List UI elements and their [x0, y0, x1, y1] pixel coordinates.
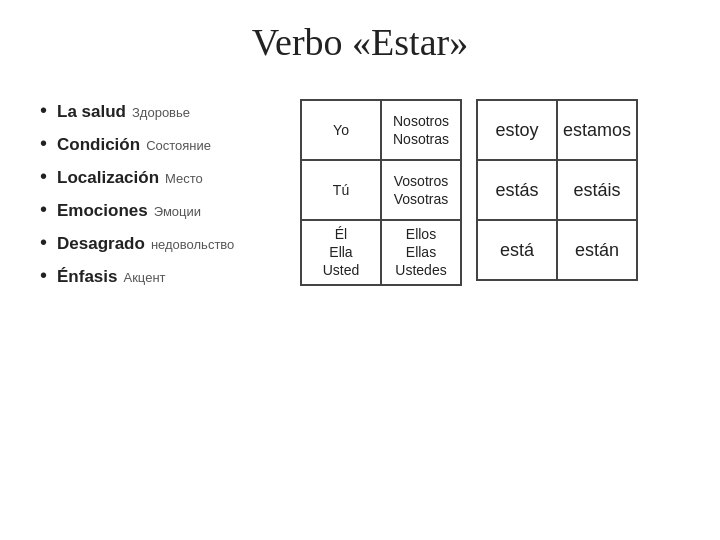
list-item: LocalizaciónМесто [40, 165, 270, 188]
conjugation-cell: están [557, 220, 637, 280]
conjugation-table: estoyestamosestásestáisestáestán [476, 99, 638, 281]
content-area: La saludЗдоровьеCondiciónСостояниеLocali… [40, 94, 680, 520]
bullet-sub: Место [165, 171, 203, 186]
list-item: CondiciónСостояние [40, 132, 270, 155]
pronoun-cell: Yo [301, 100, 381, 160]
list-item: Desagradoнедовольство [40, 231, 270, 254]
pronoun-cell: VosotrosVosotras [381, 160, 461, 220]
bullet-sub: недовольство [151, 237, 234, 252]
bullet-sub: Акцент [124, 270, 166, 285]
bullet-sub: Здоровье [132, 105, 190, 120]
conjugation-cell: estoy [477, 100, 557, 160]
conjugation-cell: estás [477, 160, 557, 220]
bullet-bold: La salud [57, 102, 126, 122]
bullet-sub: Эмоции [154, 204, 201, 219]
list-item: ÉnfasisАкцент [40, 264, 270, 287]
tables-area: YoNosotrosNosotrasTúVosotrosVosotrasÉlEl… [300, 94, 638, 286]
pronoun-cell: ÉlEllaUsted [301, 220, 381, 285]
page-title: Verbo «Estar» [40, 20, 680, 64]
pronoun-cell: EllosEllasUstedes [381, 220, 461, 285]
pronoun-cell: NosotrosNosotras [381, 100, 461, 160]
list-item: EmocionesЭмоции [40, 198, 270, 221]
bullet-bold: Desagrado [57, 234, 145, 254]
bullet-sub: Состояние [146, 138, 211, 153]
list-item: La saludЗдоровье [40, 99, 270, 122]
pronoun-table: YoNosotrosNosotrasTúVosotrosVosotrasÉlEl… [300, 99, 462, 286]
bullet-list: La saludЗдоровьеCondiciónСостояниеLocali… [40, 94, 270, 297]
bullet-bold: Localización [57, 168, 159, 188]
conjugation-cell: estamos [557, 100, 637, 160]
bullet-bold: Condición [57, 135, 140, 155]
pronoun-cell: Tú [301, 160, 381, 220]
bullet-bold: Emociones [57, 201, 148, 221]
bullet-bold: Énfasis [57, 267, 117, 287]
page: Verbo «Estar» La saludЗдоровьеCondiciónС… [0, 0, 720, 540]
conjugation-cell: está [477, 220, 557, 280]
conjugation-cell: estáis [557, 160, 637, 220]
